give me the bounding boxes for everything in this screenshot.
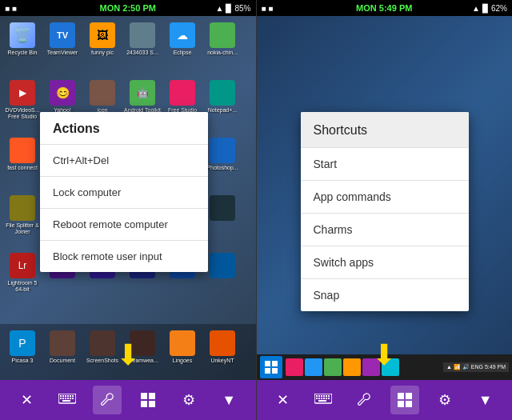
list-item[interactable]: P Picasa 3 (3, 327, 42, 377)
yellow-arrow-left: ⬇ (116, 338, 140, 372)
svg-rect-36 (398, 393, 404, 399)
taskbar-left: ✕ (0, 380, 256, 420)
shortcuts-item-start[interactable]: Start (301, 147, 469, 180)
svg-rect-15 (149, 393, 155, 399)
list-item[interactable]: nokia-chin... (203, 19, 242, 75)
svg-rect-12 (72, 398, 74, 399)
svg-rect-28 (328, 395, 330, 397)
status-bar-right: ■ ■ MON 5:49 PM ▲ ▉ 62% (257, 0, 513, 16)
svg-rect-20 (265, 368, 270, 374)
list-item[interactable]: 🖼 funny pic (83, 19, 122, 75)
close-button-left[interactable]: ✕ (12, 386, 41, 414)
windows-icon-right[interactable] (390, 386, 419, 414)
right-battery-icon: ▉ (482, 4, 489, 13)
svg-rect-25 (321, 395, 322, 397)
shortcuts-item-snap[interactable]: Snap (301, 278, 469, 311)
svg-rect-18 (265, 361, 270, 366)
shortcuts-item-switch-apps[interactable]: Switch apps (301, 246, 469, 278)
svg-rect-1 (60, 395, 62, 397)
remote-icon-2 (305, 358, 322, 376)
svg-rect-26 (323, 395, 325, 397)
right-status-right-icons: ▲ ▉ 62% (472, 4, 507, 13)
list-item[interactable] (203, 250, 242, 306)
svg-rect-30 (318, 398, 320, 399)
right-battery-text: 62% (491, 4, 507, 13)
actions-item-reboot[interactable]: Reboot remote computer (40, 209, 208, 241)
left-time: MON 2:50 PM (100, 3, 156, 13)
right-time: MON 5:49 PM (356, 3, 412, 13)
chevron-down-icon-left[interactable]: ▼ (214, 386, 243, 414)
svg-rect-9 (65, 398, 66, 399)
left-status-right-icons: ▲ ▉ 85% (216, 4, 251, 13)
keyboard-icon-left[interactable] (53, 386, 82, 414)
left-status-left-icons: ■ ■ (5, 4, 17, 13)
svg-rect-29 (316, 398, 318, 399)
keyboard-icon-right[interactable] (309, 386, 338, 414)
windows-icon-left[interactable] (134, 386, 162, 414)
svg-rect-27 (326, 395, 327, 397)
settings-icon-left[interactable]: ⚙ (174, 386, 203, 414)
actions-item-ctrl-alt-del[interactable]: Ctrl+Alt+Del (40, 145, 208, 177)
right-wifi-icon: ▲ (472, 4, 480, 13)
tray-text: ▲ 📶 🔊 ENG 5:49 PM (446, 364, 506, 370)
list-item[interactable]: ☁ Eclipse (163, 19, 202, 75)
shortcuts-popup-title: Shortcuts (301, 112, 469, 147)
svg-rect-3 (65, 395, 66, 397)
right-panel: ■ ■ MON 5:49 PM ▲ ▉ 62% ▲ 📶 🔊 ENG 5:49 P (257, 0, 513, 420)
remote-start-icon (260, 356, 282, 378)
remote-icon-3 (324, 358, 342, 376)
actions-item-block[interactable]: Block remote user input (40, 241, 208, 272)
left-wifi-icon: ▲ (216, 4, 224, 13)
list-item[interactable] (203, 192, 242, 248)
list-item[interactable]: Document (43, 327, 82, 377)
actions-popup: Actions Ctrl+Alt+Del Lock computer Reboo… (40, 112, 208, 272)
list-item[interactable]: ▶ DVDVideoS... Free Studio (3, 77, 42, 133)
svg-rect-21 (272, 368, 278, 374)
svg-rect-38 (398, 401, 404, 407)
close-button-right[interactable]: ✕ (269, 386, 298, 414)
status-bar-left: ■ ■ MON 2:50 PM ▲ ▉ 85% (0, 0, 256, 16)
svg-rect-4 (67, 395, 69, 397)
shortcuts-item-app-commands[interactable]: App commands (301, 180, 469, 213)
list-item[interactable]: Photoshop... (203, 134, 242, 190)
list-item[interactable]: UnkeyNT (203, 327, 242, 377)
svg-rect-33 (326, 398, 327, 399)
svg-rect-37 (406, 393, 412, 399)
list-item[interactable]: Notepad+... (203, 77, 242, 133)
list-item[interactable]: Lingoes (163, 327, 202, 377)
wrench-icon-left[interactable] (93, 386, 122, 414)
list-item[interactable]: 2434033 S... (123, 19, 162, 75)
left-battery-text: 85% (234, 4, 250, 13)
svg-rect-10 (67, 398, 69, 399)
list-item[interactable]: Lr Lightroom 5 64-bit (3, 250, 42, 306)
svg-rect-24 (318, 395, 320, 397)
left-panel: ■ ■ MON 2:50 PM ▲ ▉ 85% 🗑️ Recycle Bin T… (0, 0, 256, 420)
svg-rect-19 (272, 361, 278, 366)
svg-rect-5 (70, 395, 71, 397)
left-battery-icon: ▉ (226, 4, 232, 13)
list-item[interactable]: 🗑️ Recycle Bin (3, 19, 42, 75)
svg-rect-31 (321, 398, 322, 399)
svg-rect-14 (141, 393, 147, 399)
shortcuts-item-charms[interactable]: Charms (301, 213, 469, 246)
svg-rect-39 (406, 401, 412, 407)
actions-item-lock[interactable]: Lock computer (40, 177, 208, 209)
svg-rect-8 (62, 398, 64, 399)
svg-rect-2 (62, 395, 64, 397)
actions-popup-title: Actions (40, 112, 208, 145)
svg-rect-17 (149, 401, 155, 407)
wrench-icon-right[interactable] (350, 386, 378, 414)
svg-rect-7 (60, 398, 62, 399)
list-item[interactable]: TV TeamViewer (43, 19, 82, 75)
system-tray-remote: ▲ 📶 🔊 ENG 5:49 PM (443, 362, 509, 372)
svg-rect-34 (328, 398, 330, 399)
settings-icon-right[interactable]: ⚙ (430, 386, 459, 414)
svg-rect-32 (323, 398, 325, 399)
list-item[interactable]: File Splitter & Joiner (3, 192, 42, 248)
svg-rect-11 (70, 398, 71, 399)
list-item[interactable]: fast connect (3, 134, 42, 190)
svg-rect-6 (72, 395, 74, 397)
chevron-down-icon-right[interactable]: ▼ (471, 386, 500, 414)
remote-icon-1 (286, 358, 303, 376)
shortcuts-popup: Shortcuts Start App commands Charms Swit… (301, 112, 469, 311)
